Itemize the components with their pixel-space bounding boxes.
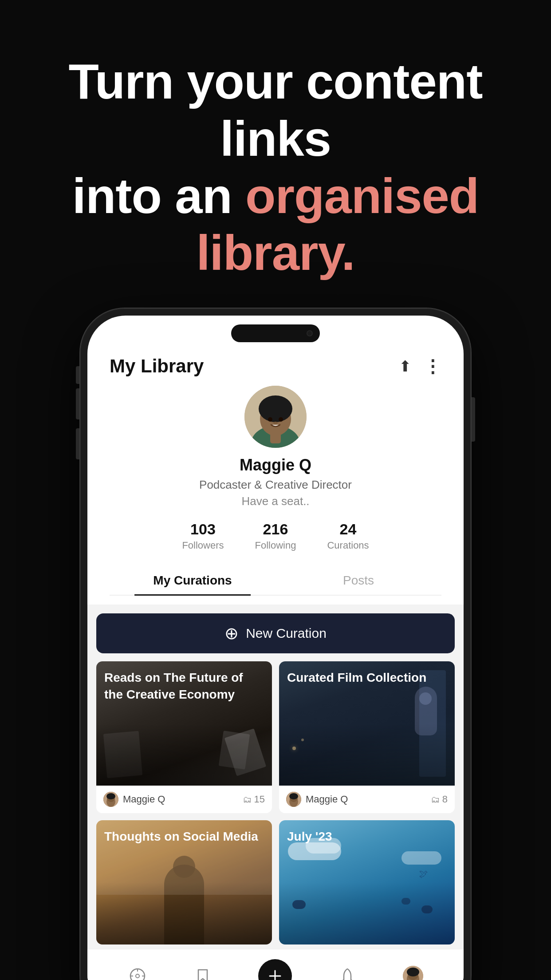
phone-wrapper: My Library ⬆ ⋮ bbox=[80, 308, 471, 980]
profile-bio: Podcaster & Creative Director bbox=[199, 478, 352, 492]
card-film-user: Maggie Q bbox=[286, 792, 348, 807]
avatar-image bbox=[244, 386, 307, 448]
bookmark-icon bbox=[193, 966, 213, 980]
bottom-nav bbox=[87, 949, 464, 980]
explore-icon bbox=[128, 966, 147, 980]
nav-bookmarks[interactable] bbox=[193, 966, 213, 980]
header-icons: ⬆ ⋮ bbox=[399, 356, 441, 376]
following-label: Following bbox=[255, 540, 296, 551]
card-social-image: Thoughts on Social Media bbox=[96, 820, 272, 944]
phone-frame: My Library ⬆ ⋮ bbox=[80, 308, 471, 980]
svg-point-12 bbox=[106, 793, 115, 799]
card-july-title: July '23 bbox=[287, 828, 447, 845]
followers-count: 103 bbox=[190, 521, 216, 538]
curations-count: 24 bbox=[340, 521, 357, 538]
card-film-footer: Maggie Q 🗂 8 bbox=[279, 786, 455, 813]
stat-curations: 24 Curations bbox=[327, 521, 369, 551]
svg-point-6 bbox=[268, 417, 272, 422]
curations-label: Curations bbox=[327, 540, 369, 551]
card-film-count-value: 8 bbox=[442, 794, 448, 805]
nav-notifications[interactable] bbox=[338, 966, 357, 980]
share-icon[interactable]: ⬆ bbox=[399, 357, 411, 375]
card-reads-user: Maggie Q bbox=[103, 792, 165, 807]
stat-following: 216 Following bbox=[255, 521, 296, 551]
curation-card-film[interactable]: Curated Film Collection Maggie Q 🗂 bbox=[279, 661, 455, 813]
power-button bbox=[472, 397, 475, 442]
curations-grid: Reads on The Future of the Creative Econ… bbox=[96, 661, 455, 944]
card-reads-count-value: 15 bbox=[254, 794, 265, 805]
card-social-title: Thoughts on Social Media bbox=[104, 828, 264, 845]
card-reads-count-icon: 🗂 bbox=[243, 794, 252, 805]
tab-posts[interactable]: Posts bbox=[276, 564, 441, 595]
profile-section: Maggie Q Podcaster & Creative Director H… bbox=[87, 386, 464, 605]
stats-row: 103 Followers 216 Following 24 Curations bbox=[182, 521, 369, 551]
volume-up-button bbox=[76, 388, 79, 419]
svg-point-8 bbox=[273, 422, 278, 424]
card-reads-avatar bbox=[103, 792, 118, 807]
card-reads-image: Reads on The Future of the Creative Econ… bbox=[96, 661, 272, 786]
hero-section: Turn your content links into an organise… bbox=[0, 0, 551, 308]
svg-point-7 bbox=[279, 417, 283, 422]
nav-add-button[interactable] bbox=[258, 959, 292, 980]
curation-card-social[interactable]: Thoughts on Social Media bbox=[96, 820, 272, 944]
volume-down-button bbox=[76, 428, 79, 459]
curation-card-july[interactable]: 🕊 July '23 bbox=[279, 820, 455, 944]
hero-line2-prefix: into an bbox=[72, 168, 245, 224]
hero-line2: into an organised library. bbox=[35, 168, 516, 282]
nav-profile[interactable] bbox=[403, 966, 423, 980]
profile-tagline: Have a seat.. bbox=[241, 494, 309, 508]
svg-point-18 bbox=[136, 974, 139, 978]
nav-profile-avatar bbox=[403, 966, 423, 980]
curation-card-reads[interactable]: Reads on The Future of the Creative Econ… bbox=[96, 661, 272, 813]
following-count: 216 bbox=[263, 521, 288, 538]
followers-label: Followers bbox=[182, 540, 224, 551]
more-icon[interactable]: ⋮ bbox=[424, 356, 441, 376]
card-film-image: Curated Film Collection bbox=[279, 661, 455, 786]
profile-name: Maggie Q bbox=[240, 456, 311, 474]
avatar bbox=[244, 386, 307, 448]
stat-followers: 103 Followers bbox=[182, 521, 224, 551]
tab-active-indicator bbox=[134, 594, 251, 596]
new-curation-button[interactable]: ⊕ New Curation bbox=[96, 613, 455, 653]
card-film-count: 🗂 8 bbox=[431, 794, 448, 805]
add-plus-icon bbox=[266, 967, 284, 980]
content-area: ⊕ New Curation Reads on The bbox=[87, 605, 464, 949]
tab-my-curations[interactable]: My Curations bbox=[110, 564, 276, 595]
bell-icon bbox=[338, 966, 357, 980]
svg-point-5 bbox=[259, 403, 292, 413]
card-film-username: Maggie Q bbox=[306, 794, 348, 805]
silent-switch bbox=[76, 366, 79, 384]
nav-explore[interactable] bbox=[128, 966, 147, 980]
phone-screen: My Library ⬆ ⋮ bbox=[87, 316, 464, 980]
new-curation-plus-icon: ⊕ bbox=[224, 625, 239, 642]
card-film-title: Curated Film Collection bbox=[287, 669, 447, 686]
new-curation-label: New Curation bbox=[246, 626, 327, 641]
hero-title: Turn your content links into an organise… bbox=[35, 53, 516, 282]
card-reads-count: 🗂 15 bbox=[243, 794, 265, 805]
card-july-image: 🕊 July '23 bbox=[279, 820, 455, 944]
card-reads-footer: Maggie Q 🗂 15 bbox=[96, 786, 272, 813]
card-reads-username: Maggie Q bbox=[123, 794, 165, 805]
app-title: My Library bbox=[110, 356, 204, 377]
card-film-count-icon: 🗂 bbox=[431, 794, 440, 805]
tabs-row: My Curations Posts bbox=[110, 564, 441, 596]
app-header: My Library ⬆ ⋮ bbox=[87, 351, 464, 386]
hero-line1: Turn your content links bbox=[35, 53, 516, 168]
front-camera bbox=[307, 330, 313, 336]
svg-point-16 bbox=[289, 793, 298, 799]
dynamic-island bbox=[231, 324, 320, 342]
card-reads-title: Reads on The Future of the Creative Econ… bbox=[104, 669, 264, 703]
card-film-avatar bbox=[286, 792, 301, 807]
svg-point-28 bbox=[407, 968, 419, 976]
